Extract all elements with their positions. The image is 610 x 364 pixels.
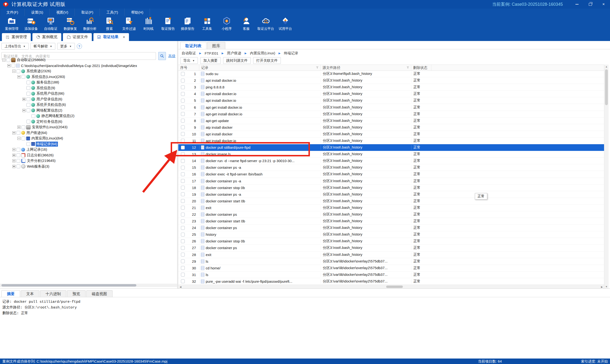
table-row[interactable]: 12docker pull stilliard/pure-ftpd分区3:\ro…: [178, 144, 604, 151]
tree-item[interactable]: 自动取证(258680): [0, 57, 177, 63]
minimize-button[interactable]: [573, 1, 580, 7]
table-row[interactable]: 26docker container stop 0b分区3:\root\.bas…: [178, 238, 604, 245]
row-checkbox[interactable]: [181, 239, 185, 243]
row-checkbox[interactable]: [181, 253, 185, 257]
tree-checkbox[interactable]: [12, 64, 15, 67]
tree-checkbox[interactable]: [26, 80, 30, 84]
toolbar-item-case-manage[interactable]: 案例管理: [2, 16, 21, 32]
left-horizontal-scrollbar[interactable]: [0, 284, 177, 287]
toolbar-item-toolkit[interactable]: 工具集: [197, 16, 217, 32]
row-checkbox[interactable]: [181, 226, 185, 230]
toolbar-item-file-filter[interactable]: 文件过滤: [119, 16, 139, 32]
tree-checkbox[interactable]: [26, 108, 30, 112]
tree-item[interactable]: 用户登录信息(6): [0, 97, 177, 102]
tree-checkbox[interactable]: [16, 165, 20, 168]
collapse-icon[interactable]: [17, 137, 21, 140]
row-checkbox[interactable]: [181, 152, 185, 156]
result-action-打开关联文件[interactable]: 打开关联文件: [253, 57, 281, 64]
tree-item[interactable]: 网络配置信息(2): [0, 108, 177, 114]
collapse-icon[interactable]: [17, 75, 21, 78]
help-icon[interactable]: ?: [77, 44, 82, 49]
table-row[interactable]: 21exit分区3:\root\.bash_history正常: [178, 205, 604, 211]
tree-item[interactable]: 上网记录(16): [0, 147, 177, 153]
table-row[interactable]: 2apt install docker.io分区3:\root\.bash_hi…: [178, 77, 604, 84]
row-checkbox[interactable]: [181, 279, 185, 283]
tree-checkbox[interactable]: [16, 131, 20, 135]
row-checkbox[interactable]: [181, 219, 185, 223]
row-checkbox[interactable]: [181, 85, 185, 89]
toolbar-item-search[interactable]: 搜索: [100, 16, 119, 32]
tab-取证结果[interactable]: 取证结果×: [93, 33, 129, 41]
collapse-icon[interactable]: [2, 58, 5, 62]
table-row[interactable]: 28exit分区3:\root\.bash_history正常: [178, 251, 604, 258]
table-row[interactable]: 32pure_-pw useradd wai -f /etc/pure-ftpd…: [178, 278, 604, 285]
tree-item[interactable]: 内置应用(Linux)(64): [0, 136, 177, 141]
tree-item[interactable]: 终端记录(64): [0, 141, 177, 147]
breadcrumb-item[interactable]: FTP.E01: [205, 51, 218, 55]
collapse-icon[interactable]: [13, 70, 15, 73]
tree-item[interactable]: 文件分析(219645): [0, 158, 177, 164]
tree-checkbox[interactable]: [16, 153, 20, 157]
table-row[interactable]: 30cd home/分区3:\var\lib\docker\overlay2\5…: [178, 265, 604, 272]
toolbar-item-customer-service[interactable]: 客服: [236, 16, 256, 32]
tree-item[interactable]: 系统用户信息(66): [0, 91, 177, 97]
left-action-更多[interactable]: 更多▼: [57, 43, 75, 50]
row-checkbox[interactable]: [181, 172, 185, 176]
tree-checkbox[interactable]: [26, 92, 30, 96]
collapse-icon[interactable]: [13, 131, 15, 134]
table-row[interactable]: 17docker container ps -a分区3:\root\.bash_…: [178, 178, 604, 184]
table-row[interactable]: 19docker container ps -a分区3:\root\.bash_…: [178, 191, 604, 198]
table-row[interactable]: 10apt install docker分区3:\root\.bash_hist…: [178, 131, 604, 138]
tree-checkbox[interactable]: [26, 142, 30, 146]
table-row[interactable]: 3ping 8.8.8.8分区3:\root\.bash_history正常: [178, 84, 604, 91]
row-checkbox[interactable]: [181, 273, 185, 276]
row-checkbox[interactable]: [181, 139, 185, 143]
view-tab-取证列表[interactable]: 取证列表: [180, 42, 207, 49]
tree-item[interactable]: 日志分析(36626): [0, 153, 177, 158]
tab-证据文件[interactable]: 证据文件: [63, 33, 92, 41]
row-checkbox[interactable]: [181, 192, 185, 196]
tree-checkbox[interactable]: [16, 159, 20, 163]
tree-checkbox[interactable]: [21, 125, 25, 129]
expand-icon[interactable]: [17, 126, 21, 129]
table-vertical-scrollbar[interactable]: ▲ ▼: [604, 65, 609, 288]
expand-icon[interactable]: [13, 148, 15, 151]
left-action-帐号解密[interactable]: 帐号解密▼: [30, 43, 55, 50]
menu-item-取证(P)[interactable]: 取证(P): [75, 9, 100, 16]
detail-tab-磁盘视图[interactable]: 磁盘视图: [86, 290, 113, 297]
hscroll-left-arrow-icon[interactable]: ◀: [179, 285, 182, 288]
close-button[interactable]: ×: [600, 1, 607, 7]
toolbar-item-trial-platform[interactable]: 试用平台: [275, 16, 295, 32]
table-row[interactable]: 23docker container start 0b分区3:\root\.ba…: [178, 218, 604, 224]
result-action-加入摘要[interactable]: 加入摘要: [200, 57, 221, 64]
row-checkbox[interactable]: [181, 246, 185, 250]
collapse-icon[interactable]: [7, 64, 11, 67]
tree-item[interactable]: 系统信息(Linux)(283): [0, 74, 177, 80]
tab-案例管理[interactable]: 案例管理: [2, 33, 31, 41]
row-checkbox[interactable]: [181, 179, 185, 183]
row-checkbox[interactable]: [181, 125, 185, 129]
detail-tab-预览[interactable]: 预览: [67, 290, 86, 297]
table-row[interactable]: 5apt install docker.io分区3:\root\.bash_hi…: [178, 97, 604, 104]
restore-button[interactable]: [587, 1, 594, 7]
tree-checkbox[interactable]: [16, 69, 20, 73]
expand-icon[interactable]: [13, 154, 15, 157]
tree-item[interactable]: 用户痕迹(64): [0, 130, 177, 136]
hscroll-right-arrow-icon[interactable]: ▶: [600, 285, 604, 288]
toolbar-item-mini-program[interactable]: 小程序: [217, 16, 236, 32]
row-checkbox[interactable]: [181, 112, 185, 116]
tree-checkbox[interactable]: [6, 58, 10, 62]
table-row[interactable]: 24docker container ps分区3:\root\.bash_his…: [178, 224, 604, 231]
table-horizontal-scrollbar[interactable]: ◀ ▶: [178, 285, 604, 288]
vscroll-up-arrow-icon[interactable]: ▲: [604, 65, 609, 68]
vscroll-thumb[interactable]: [605, 69, 608, 105]
column-header-记录[interactable]: 记录: [199, 65, 321, 71]
left-hscroll-thumb[interactable]: [1, 284, 136, 286]
table-row[interactable]: 1sudo su分区3:\home\ftpd\.bash_history正常: [178, 71, 604, 77]
table-row[interactable]: 4apt-install docker.io分区3:\root\.bash_hi…: [178, 91, 604, 97]
row-checkbox[interactable]: [181, 199, 185, 203]
table-row[interactable]: 13docker image ls分区3:\root\.bash_history…: [178, 151, 604, 157]
left-action-上传&导出[interactable]: 上传&导出▼: [1, 43, 29, 50]
row-checkbox[interactable]: [181, 166, 185, 169]
toolbar-item-add-device[interactable]: 添加设备: [21, 16, 41, 32]
